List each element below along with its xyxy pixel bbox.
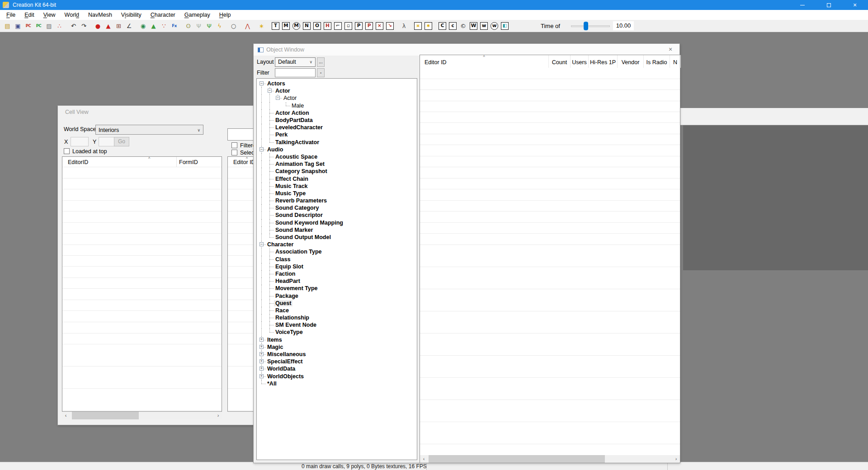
tree-item-worlddata[interactable]: +WorldData xyxy=(258,365,417,372)
scroll-right-arrow[interactable]: › xyxy=(214,412,222,419)
x-coordinate-input[interactable] xyxy=(71,137,89,146)
column-header-n[interactable]: N xyxy=(670,55,681,68)
tree-item-character[interactable]: −Character xyxy=(258,241,417,248)
loaded-at-top-checkbox[interactable] xyxy=(64,148,70,154)
menu-gameplay[interactable]: Gameplay xyxy=(180,10,215,20)
tree-item-actor-action[interactable]: Actor Action xyxy=(258,109,417,117)
column-divider[interactable] xyxy=(176,157,177,167)
close-button[interactable]: × xyxy=(842,0,868,10)
layout-more-button[interactable]: ... xyxy=(317,57,325,67)
grass-green-icon[interactable]: Ψ xyxy=(205,22,213,30)
tree-item-association-type[interactable]: Association Type xyxy=(258,248,417,255)
box-c-icon[interactable]: C xyxy=(439,22,446,30)
tree-item-headpart[interactable]: HeadPart xyxy=(258,277,417,285)
tree-item-male[interactable]: Male xyxy=(258,102,417,109)
menu-visibility[interactable]: Visibility xyxy=(117,10,146,20)
cell-list[interactable]: EditorID FormID ^ xyxy=(62,156,222,412)
tree-item-worldobjects[interactable]: +WorldObjects xyxy=(258,373,417,380)
scrollbar-thumb[interactable] xyxy=(429,455,605,463)
tree-item-music-type[interactable]: Music Type xyxy=(258,190,417,197)
time-of-day-value[interactable]: 10.00 xyxy=(613,21,634,30)
world-icon[interactable]: ◉ xyxy=(139,22,147,30)
expand-icon[interactable]: + xyxy=(259,374,264,378)
open-icon[interactable]: ▤ xyxy=(4,22,11,30)
time-of-day-slider-thumb[interactable] xyxy=(584,22,588,30)
tree-item-sound-marker[interactable]: Sound Marker xyxy=(258,226,417,234)
menu-edit[interactable]: Edit xyxy=(20,10,39,20)
filtered-checkbox[interactable] xyxy=(231,142,237,148)
tree-item-category-snapshot[interactable]: Category Snapshot xyxy=(258,168,417,175)
menu-character[interactable]: Character xyxy=(146,10,180,20)
expand-icon[interactable]: + xyxy=(259,345,264,349)
menu-view[interactable]: View xyxy=(39,10,60,20)
tree-item-effect-chain[interactable]: Effect Chain xyxy=(258,175,417,182)
object-window-close-icon[interactable]: × xyxy=(666,44,675,56)
collapse-icon[interactable]: − xyxy=(268,89,272,93)
column-header-users[interactable]: Users xyxy=(571,55,589,68)
tree-item-music-track[interactable]: Music Track xyxy=(258,183,417,190)
column-header-count[interactable]: Count xyxy=(549,55,571,68)
menu-help[interactable]: Help xyxy=(215,10,236,20)
box-t-icon[interactable]: T xyxy=(272,22,279,30)
scroll-left-arrow[interactable]: ‹ xyxy=(420,455,428,463)
picture-icon[interactable]: ◧ xyxy=(501,22,509,30)
column-header-hi-res-1p[interactable]: Hi-Res 1P xyxy=(589,55,618,68)
tree-item-talkingactivator[interactable]: TalkingActivator xyxy=(258,139,417,146)
box-star-icon[interactable]: ∗ xyxy=(425,22,432,30)
object-list-body[interactable] xyxy=(420,68,680,455)
filter-input[interactable] xyxy=(275,68,316,77)
box-link-icon[interactable]: ↘ xyxy=(386,22,394,30)
go-button[interactable]: Go xyxy=(114,137,129,146)
render-window-titlebar[interactable] xyxy=(680,108,868,125)
cube-c-icon[interactable]: c xyxy=(449,22,457,30)
collapse-icon[interactable]: − xyxy=(259,242,264,246)
box-x-icon[interactable]: × xyxy=(376,22,383,30)
tree-item-items[interactable]: +Items xyxy=(258,336,417,343)
tree-item-sound-output-model[interactable]: Sound Output Model xyxy=(258,234,417,241)
titlebar[interactable]: Creation Kit 64-bit × xyxy=(0,0,868,10)
column-header-formid[interactable]: FormID xyxy=(179,157,198,167)
circle-m-icon[interactable]: M xyxy=(292,22,300,30)
compass-icon[interactable]: ⋀ xyxy=(244,22,251,30)
sparkle-icon[interactable]: ∗ xyxy=(258,22,265,30)
box-corner-icon[interactable]: ⌐ xyxy=(334,22,342,30)
tree-item-reverb-parameters[interactable]: Reverb Parameters xyxy=(258,197,417,204)
minimize-button[interactable] xyxy=(789,0,816,10)
light-icon[interactable]: ʘ xyxy=(184,22,192,30)
expand-icon[interactable]: + xyxy=(259,367,264,371)
red-brush-icon[interactable]: ● xyxy=(94,22,102,30)
dialogue-icon[interactable]: ○ xyxy=(230,22,237,30)
menu-navmesh[interactable]: NavMesh xyxy=(84,10,117,20)
tree-item-sound-category[interactable]: Sound Category xyxy=(258,204,417,212)
menu-world[interactable]: World xyxy=(60,10,84,20)
cube-w-icon[interactable]: w xyxy=(480,22,488,30)
box-p2-icon[interactable]: P xyxy=(365,22,373,30)
expand-icon[interactable]: + xyxy=(259,338,264,342)
collapse-icon[interactable]: − xyxy=(259,81,264,85)
circle-w-icon[interactable]: w xyxy=(491,22,498,30)
world-space-dropdown[interactable]: Interiors ∨ xyxy=(95,125,203,135)
collapse-icon[interactable]: − xyxy=(259,147,264,151)
expand-icon[interactable]: + xyxy=(259,352,264,356)
tree-item-faction[interactable]: Faction xyxy=(258,270,417,277)
column-header-is-radio[interactable]: Is Radio xyxy=(644,55,670,68)
wind-icon[interactable]: ϟ xyxy=(216,22,223,30)
tree-item-perk[interactable]: Perk xyxy=(258,131,417,138)
tree-item-bodypartdata[interactable]: BodyPartData xyxy=(258,117,417,124)
tree-item-magic[interactable]: +Magic xyxy=(258,343,417,351)
redo-icon[interactable]: ↷ xyxy=(80,22,88,30)
tree-item-package[interactable]: Package xyxy=(258,292,417,299)
layout-dropdown[interactable]: Default ∨ xyxy=(275,57,316,67)
expand-icon[interactable]: + xyxy=(259,359,264,363)
tree-item-voicetype[interactable]: VoiceType xyxy=(258,329,417,336)
tree-item-acoustic-space[interactable]: Acoustic Space xyxy=(258,153,417,160)
snap-grid-icon[interactable]: ⊞ xyxy=(115,22,123,30)
column-header-editor-id[interactable]: Editor ID^ xyxy=(420,55,549,68)
box-h-icon[interactable]: H xyxy=(324,22,331,30)
cell-list-body[interactable] xyxy=(62,167,222,411)
scrollbar-thumb[interactable] xyxy=(72,412,139,419)
selected-checkbox[interactable] xyxy=(231,150,237,155)
red-cone-icon[interactable]: ▲ xyxy=(104,22,112,30)
tree-item-actor[interactable]: −Actor xyxy=(258,87,417,94)
tree-item-equip-slot[interactable]: Equip Slot xyxy=(258,263,417,270)
